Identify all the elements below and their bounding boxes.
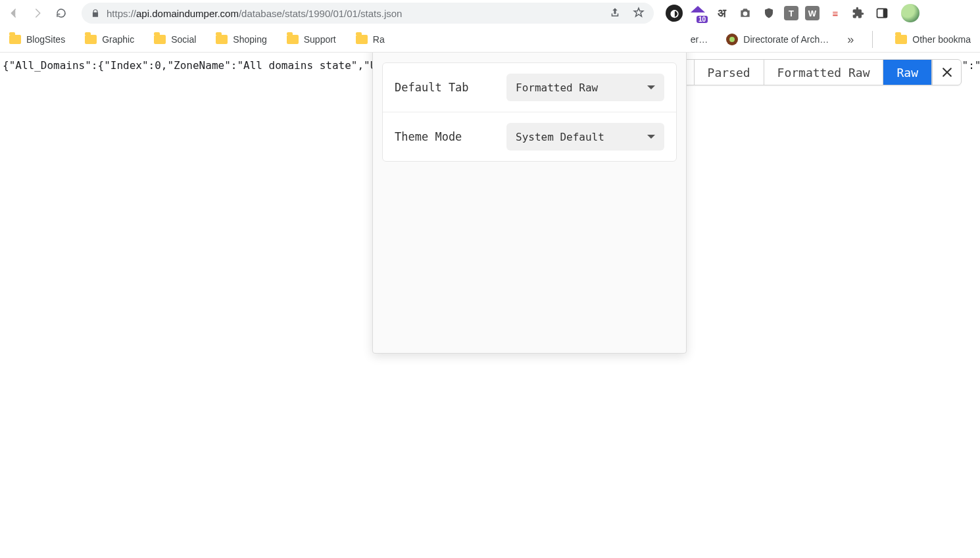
side-panel-button[interactable] — [873, 5, 891, 22]
folder-icon — [287, 35, 299, 44]
chevron-down-icon — [647, 85, 655, 89]
setting-label: Theme Mode — [395, 130, 462, 143]
extension-devanagari-icon[interactable]: अ — [713, 5, 730, 22]
bookmark-folder[interactable]: Social — [150, 32, 200, 47]
folder-icon — [216, 35, 228, 44]
page-content: {"All_Domains":{"Index":0,"ZoneName":"Al… — [0, 53, 980, 558]
theme-mode-select[interactable]: System Default — [506, 123, 664, 151]
settings-card: Default Tab Formatted Raw Theme Mode Sys… — [382, 62, 677, 162]
folder-icon — [356, 35, 368, 44]
bookmark-folder[interactable]: Shoping — [212, 32, 270, 47]
separator — [872, 31, 873, 48]
bookmarks-bar: BlogSites Graphic Social Shoping Support… — [0, 26, 980, 53]
extension-camera-icon[interactable] — [737, 5, 754, 22]
extension-w-icon[interactable]: W — [805, 6, 820, 20]
folder-icon — [9, 35, 21, 44]
profile-avatar[interactable] — [901, 4, 919, 22]
bookmarks-overflow-icon[interactable]: » — [847, 34, 854, 45]
close-viewer-button[interactable] — [932, 60, 961, 85]
folder-icon — [85, 35, 97, 44]
reload-button[interactable] — [51, 3, 71, 23]
back-button[interactable] — [4, 3, 24, 23]
raw-json-text: {"All_Domains":{"Index":0,"ZoneName":"Al… — [3, 59, 408, 72]
bookmark-site[interactable]: Directorate of Arch… — [722, 31, 833, 48]
settings-popup: Settings Default Tab Formatted Raw Theme… — [372, 53, 687, 354]
address-bar[interactable]: https://api.domaindumper.com/database/st… — [82, 3, 654, 24]
forward-button[interactable] — [28, 3, 47, 23]
settings-title: Settings — [373, 53, 686, 62]
setting-row-theme-mode: Theme Mode System Default — [383, 112, 676, 161]
other-bookmarks-folder[interactable]: Other bookma — [891, 32, 975, 47]
tab-formatted-raw[interactable]: Formatted Raw — [764, 60, 884, 85]
lock-icon — [91, 9, 100, 18]
setting-row-default-tab: Default Tab Formatted Raw — [383, 63, 676, 112]
extension-equals-icon[interactable]: ≡ — [826, 5, 843, 22]
scholar-badge: 10 — [697, 16, 708, 23]
site-favicon — [726, 34, 738, 45]
json-viewer-tabs: Parsed Formatted Raw Raw — [665, 59, 962, 85]
setting-label: Default Tab — [395, 81, 469, 94]
folder-icon — [895, 35, 907, 44]
svg-rect-1 — [883, 9, 887, 17]
star-icon[interactable] — [633, 7, 645, 20]
extension-row: ◐ 10 अ T W ≡ — [666, 4, 919, 22]
tab-raw[interactable]: Raw — [883, 60, 932, 85]
select-value: System Default — [516, 131, 604, 143]
share-icon[interactable] — [609, 7, 621, 20]
bookmark-partial-label[interactable]: ernet — [691, 34, 711, 45]
tab-parsed[interactable]: Parsed — [695, 60, 764, 85]
extension-scholar-icon[interactable]: 10 — [689, 5, 706, 22]
select-value: Formatted Raw — [516, 81, 598, 94]
chevron-down-icon — [647, 135, 655, 139]
browser-toolbar: https://api.domaindumper.com/database/st… — [0, 0, 980, 26]
folder-icon — [154, 35, 166, 44]
url-text: https://api.domaindumper.com/database/st… — [107, 8, 402, 19]
bookmark-folder[interactable]: BlogSites — [5, 32, 69, 47]
bookmark-folder[interactable]: Graphic — [81, 32, 138, 47]
bookmark-folder[interactable]: Ra — [352, 32, 389, 47]
extensions-button[interactable] — [850, 5, 867, 22]
extension-t-icon[interactable]: T — [784, 6, 798, 20]
extension-ublock-icon[interactable] — [760, 5, 777, 22]
extension-icon-1[interactable]: ◐ — [666, 5, 683, 22]
default-tab-select[interactable]: Formatted Raw — [506, 74, 664, 101]
bookmark-folder[interactable]: Support — [283, 32, 340, 47]
